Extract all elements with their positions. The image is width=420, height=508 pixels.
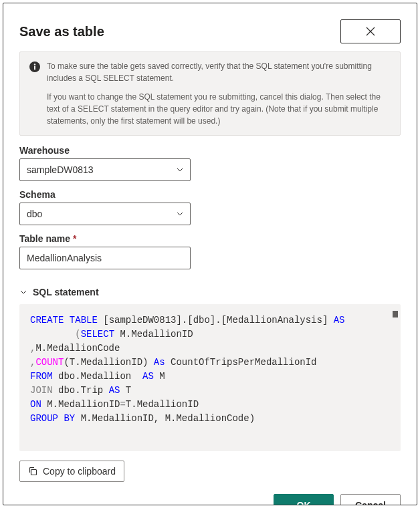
dialog-footer: OK Cancel <box>19 494 401 505</box>
sql-statement-toggle[interactable]: SQL statement <box>19 287 401 297</box>
info-line-2: If you want to change the SQL statement … <box>47 91 391 127</box>
dialog-header: Save as table <box>19 19 401 43</box>
required-asterisk: * <box>73 233 76 244</box>
svg-rect-5 <box>31 470 37 475</box>
svg-point-3 <box>34 64 35 65</box>
copy-icon <box>28 467 37 476</box>
tablename-input[interactable] <box>19 247 191 269</box>
ok-button[interactable]: OK <box>274 494 334 505</box>
scrollbar[interactable] <box>393 311 398 318</box>
chevron-down-icon <box>19 288 27 296</box>
warehouse-select[interactable] <box>19 158 191 181</box>
sql-statement-label: SQL statement <box>33 287 99 297</box>
copy-to-clipboard-button[interactable]: Copy to clipboard <box>19 461 124 482</box>
close-icon <box>366 27 375 36</box>
warehouse-select-wrap[interactable] <box>19 158 191 181</box>
save-as-table-dialog: Save as table To make sure the table get… <box>3 3 417 505</box>
schema-field-group: Schema <box>19 189 401 225</box>
tablename-label: Table name * <box>19 233 401 244</box>
schema-select-wrap[interactable] <box>19 203 191 225</box>
info-icon <box>29 61 40 72</box>
copy-row: Copy to clipboard <box>19 461 401 482</box>
schema-label: Schema <box>19 189 401 200</box>
info-box: To make sure the table gets saved correc… <box>19 51 401 136</box>
schema-select[interactable] <box>19 203 191 225</box>
warehouse-label: Warehouse <box>19 145 401 156</box>
svg-rect-4 <box>34 66 35 70</box>
close-button[interactable] <box>340 19 401 43</box>
sql-content[interactable]: CREATE TABLE [sampleDW0813].[dbo].[Medal… <box>19 304 401 435</box>
info-line-1: To make sure the table gets saved correc… <box>47 60 391 84</box>
info-text: To make sure the table gets saved correc… <box>47 60 391 127</box>
tablename-field-group: Table name * <box>19 233 401 269</box>
sql-statement-box: CREATE TABLE [sampleDW0813].[dbo].[Medal… <box>19 304 401 451</box>
cancel-button[interactable]: Cancel <box>340 494 401 505</box>
warehouse-field-group: Warehouse <box>19 145 401 181</box>
copy-label: Copy to clipboard <box>43 466 116 477</box>
dialog-title: Save as table <box>19 24 104 39</box>
